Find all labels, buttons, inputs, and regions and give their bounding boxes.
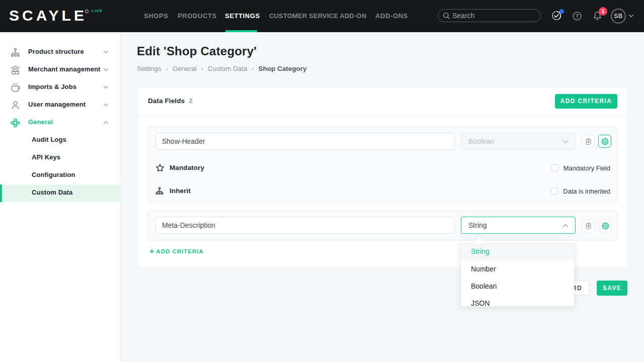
svg-text:?: ? (576, 14, 579, 19)
